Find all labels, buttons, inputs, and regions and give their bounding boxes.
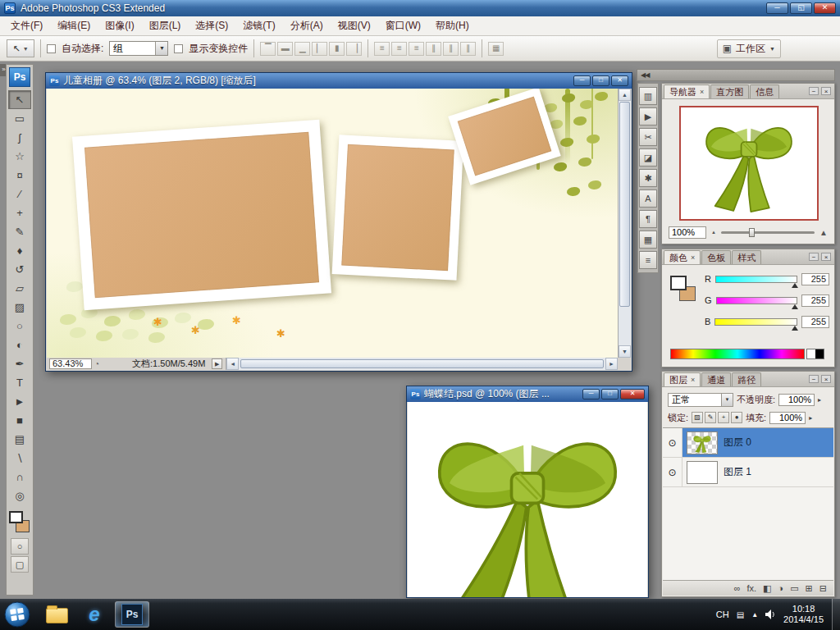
distribute-top-edges-icon[interactable]: ≡ [374,42,390,56]
history-brush-tool[interactable]: ↺ [8,260,31,279]
show-desktop-button[interactable] [832,599,840,630]
lock-all-icon[interactable]: ● [731,412,742,423]
hand-tool[interactable]: ∩ [8,468,31,486]
opacity-field[interactable]: 100% [778,394,815,406]
layer-thumbnail[interactable] [687,431,718,454]
menu-item[interactable]: 编辑(E) [50,16,98,36]
align-right-edges-icon[interactable]: ▕ [346,42,362,56]
align-vertical-centers-icon[interactable]: ▬ [277,42,293,56]
distribute-vertical-centers-icon[interactable]: ≡ [391,42,407,56]
tab-close-icon[interactable]: × [700,88,704,96]
auto-align-layers-icon[interactable]: ▦ [488,42,504,56]
spectrum-bw-swatches[interactable] [806,349,824,359]
auto-select-checkbox[interactable] [47,44,56,53]
scroll-down-button[interactable]: ▼ [619,345,631,358]
clone-source-panel-icon[interactable]: ◪ [639,148,657,167]
hidden-icons-chevron[interactable]: ▲ [751,611,758,619]
lock-transparency-icon[interactable]: ▨ [692,412,703,423]
blue-slider[interactable] [714,318,797,326]
slider-thumb[interactable] [749,228,755,237]
paragraph-panel-icon[interactable]: ¶ [639,210,657,228]
menu-item[interactable]: 分析(A) [283,16,331,36]
slider-thumb[interactable] [792,304,798,309]
scroll-right-button[interactable]: ► [605,358,618,370]
align-top-edges-icon[interactable]: ▔ [260,42,276,56]
tab-paths[interactable]: 路径 [732,372,761,386]
path-selection-tool[interactable]: ► [8,392,31,411]
document-window-bow[interactable]: Ps 蝴蝶结.psd @ 100% (图层 ... ─ □ ✕ [406,386,649,598]
align-left-edges-icon[interactable]: ▏ [312,42,327,56]
menu-item[interactable]: 文件(F) [3,16,50,36]
show-transform-checkbox[interactable] [174,44,183,53]
horizontal-scrollbar[interactable]: ◄ ► [226,358,618,370]
panel-minimize-button[interactable]: − [809,375,819,383]
tab-layers[interactable]: 图层 × [664,372,701,386]
notes-tool[interactable]: ▤ [8,430,31,449]
green-value-field[interactable]: 255 [801,294,829,307]
tab-navigator[interactable]: 导航器 × [664,84,710,98]
slider-thumb[interactable] [792,326,798,331]
color-spectrum-ramp[interactable] [670,349,805,359]
visibility-eye-icon[interactable]: ⊙ [663,428,682,457]
start-button[interactable] [3,600,31,628]
menu-item[interactable]: 图层(L) [142,16,189,36]
marquee-tool[interactable]: ▭ [8,109,31,128]
doc1-titlebar[interactable]: Ps 儿童相册 @ 63.4% (图层 2, RGB/8) [缩放后] ─ □ … [46,73,632,89]
tab-info[interactable]: 信息 [750,84,779,98]
workspace-button[interactable]: ▣ 工作区 ▼ [717,39,781,58]
type-tool[interactable]: T [8,373,31,392]
eraser-tool[interactable]: ▱ [8,279,31,298]
doc-maximize-button[interactable]: □ [592,75,609,86]
align-bottom-edges-icon[interactable]: ▁ [294,42,310,56]
doc2-canvas[interactable] [408,402,647,597]
layer-row-0[interactable]: ⊙ 图层 0 [663,428,833,458]
slice-tool[interactable]: ∕ [8,185,31,203]
tool-presets-panel-icon[interactable]: ✂ [639,128,657,146]
spin-arrow-icon[interactable]: ▸ [809,414,812,422]
new-layer-icon[interactable]: ⊞ [806,584,813,593]
blue-value-field[interactable]: 255 [801,316,829,328]
foreground-color-swatch[interactable] [9,511,23,523]
panel-close-button[interactable]: × [821,253,831,261]
horizontal-scrollbar-thumb[interactable] [240,359,604,368]
status-menu-button[interactable]: ▶ [212,358,222,369]
minimize-button[interactable]: ─ [766,2,788,14]
layer-mask-icon[interactable]: ◧ [763,584,771,593]
tool-preset-picker[interactable]: ↖ ▼ [7,39,34,57]
info-panel-icon[interactable]: ≡ [639,251,657,269]
scroll-up-button[interactable]: ▲ [619,89,631,101]
align-horizontal-centers-icon[interactable]: ▮ [329,42,345,56]
layer-style-icon[interactable]: fx. [746,584,756,593]
vertical-scrollbar[interactable]: ▲ ▼ [618,89,631,358]
layer-thumbnail[interactable] [687,461,718,484]
panel-minimize-button[interactable]: − [809,87,819,95]
color-swatch-widget[interactable] [670,276,700,305]
adjustment-layer-icon[interactable]: ◑ [778,584,784,593]
fill-field[interactable]: 100% [769,412,806,424]
vertical-scrollbar-thumb[interactable] [619,102,630,307]
close-button[interactable]: ✕ [814,2,836,14]
slider-thumb[interactable] [792,283,798,288]
menu-item[interactable]: 选择(S) [188,16,235,36]
taskbar-ie-button[interactable]: e [77,601,112,628]
actions-panel-icon[interactable]: ▶ [639,107,657,126]
taskbar-explorer-button[interactable] [39,601,74,628]
tab-close-icon[interactable]: × [691,376,695,384]
distribute-left-edges-icon[interactable]: ∥ [426,42,441,56]
layer-name[interactable]: 图层 1 [724,465,751,479]
menu-item[interactable]: 视图(V) [331,16,378,36]
distribute-right-edges-icon[interactable]: ∥ [460,42,476,56]
doc-close-button[interactable]: ✕ [611,75,628,86]
distribute-horizontal-centers-icon[interactable]: ∥ [443,42,459,56]
foreground-color-swatch[interactable] [670,276,687,290]
taskbar-photoshop-button[interactable]: Ps [115,601,149,628]
spin-arrow-icon[interactable]: ▸ [818,396,821,404]
panel-close-button[interactable]: × [821,87,831,95]
link-layers-icon[interactable]: ∞ [734,584,741,593]
red-value-field[interactable]: 255 [801,273,829,285]
doc-minimize-button[interactable]: ─ [582,389,600,399]
layer-row-1[interactable]: ⊙ 图层 1 [663,458,833,487]
tab-color[interactable]: 颜色 × [664,250,701,264]
volume-icon[interactable] [765,609,776,619]
navigator-zoom-field[interactable]: 100% [669,226,706,239]
